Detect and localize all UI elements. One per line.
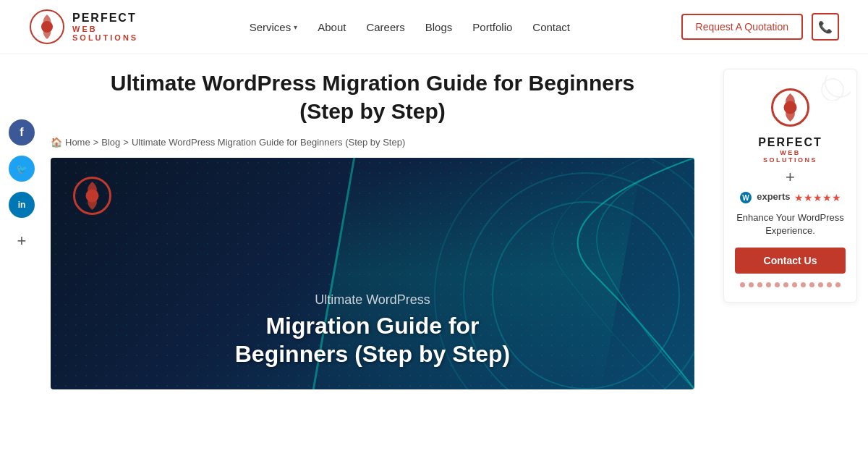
main-content: f 🐦 in + Ultimate WordPress Migration Gu…	[0, 54, 868, 456]
card-dot	[809, 282, 814, 287]
card-dot	[835, 282, 841, 287]
card-logo-icon	[770, 88, 810, 127]
more-share-button[interactable]: +	[9, 228, 35, 254]
logo[interactable]: PERFECT WEB SOLUTIONS	[29, 9, 138, 45]
card-dot	[749, 282, 754, 287]
hero-image: Ultimate WordPress Migration Guide forBe…	[51, 158, 694, 389]
logo-text: PERFECT WEB SOLUTIONS	[72, 12, 138, 42]
wp-logo: W experts	[739, 191, 791, 204]
card-description: Enhance Your WordPress Experience.	[735, 211, 846, 237]
rating-stars: ★★★★★	[794, 192, 841, 203]
card-dot	[801, 282, 806, 287]
hero-subtitle: Ultimate WordPress	[235, 292, 511, 308]
facebook-button[interactable]: f	[9, 119, 35, 145]
card-dot	[818, 282, 823, 287]
logo-web: WEB	[72, 25, 138, 33]
card-plus: +	[735, 168, 846, 187]
hero-title-big: Migration Guide forBeginners (Step by St…	[235, 312, 511, 368]
chevron-down-icon: ▾	[294, 23, 297, 31]
social-sidebar: f 🐦 in +	[0, 54, 43, 456]
nav-services[interactable]: Services ▾	[250, 21, 298, 33]
svg-point-4	[825, 75, 851, 97]
sidebar-card: PERFECT WEB SOLUTIONS + W experts ★★★★★ …	[723, 69, 857, 303]
card-dot	[766, 282, 771, 287]
breadcrumb-blog[interactable]: Blog	[101, 137, 120, 148]
nav-about[interactable]: About	[318, 21, 346, 33]
wp-experts: W experts ★★★★★	[735, 191, 846, 204]
nav-portfolio[interactable]: Portfolio	[472, 21, 512, 33]
logo-perfect: PERFECT	[72, 12, 138, 25]
card-company-solutions: SOLUTIONS	[735, 156, 846, 164]
phone-button[interactable]: 📞	[812, 13, 839, 41]
card-dot	[757, 282, 762, 287]
header: PERFECT WEB SOLUTIONS Services ▾ About C…	[0, 0, 868, 54]
contact-us-button[interactable]: Contact Us	[735, 248, 846, 274]
card-dot	[740, 282, 745, 287]
card-deco-circles	[814, 75, 851, 101]
card-dot	[783, 282, 788, 287]
nav-contact[interactable]: Contact	[532, 21, 570, 33]
card-dot	[792, 282, 797, 287]
card-dot	[775, 282, 780, 287]
card-dot	[827, 282, 832, 287]
header-actions: Request A Quotation 📞	[681, 13, 839, 41]
card-company-web: WEB	[735, 149, 846, 156]
quotation-button[interactable]: Request A Quotation	[681, 14, 803, 40]
page-title: Ultimate WordPress Migration Guide for B…	[51, 69, 694, 125]
logo-icon	[29, 9, 65, 45]
content-area: Ultimate WordPress Migration Guide for B…	[43, 54, 716, 456]
phone-icon: 📞	[818, 20, 833, 34]
home-icon: 🏠	[51, 137, 62, 148]
breadcrumb: 🏠 Home > Blog > Ultimate WordPress Migra…	[51, 137, 694, 148]
svg-text:W: W	[742, 194, 749, 202]
linkedin-button[interactable]: in	[9, 192, 35, 218]
nav-careers[interactable]: Careers	[366, 21, 404, 33]
nav-blogs[interactable]: Blogs	[425, 21, 453, 33]
card-company-name: PERFECT	[735, 136, 846, 149]
breadcrumb-home[interactable]: Home	[65, 137, 90, 148]
main-nav: Services ▾ About Careers Blogs Portfolio…	[250, 21, 570, 33]
right-sidebar: PERFECT WEB SOLUTIONS + W experts ★★★★★ …	[716, 54, 868, 456]
breadcrumb-current: Ultimate WordPress Migration Guide for B…	[132, 137, 405, 148]
logo-solutions: SOLUTIONS	[72, 33, 138, 42]
card-dots	[735, 282, 846, 287]
twitter-button[interactable]: 🐦	[9, 156, 35, 182]
hero-logo-icon	[72, 176, 112, 216]
svg-point-5	[822, 79, 843, 101]
